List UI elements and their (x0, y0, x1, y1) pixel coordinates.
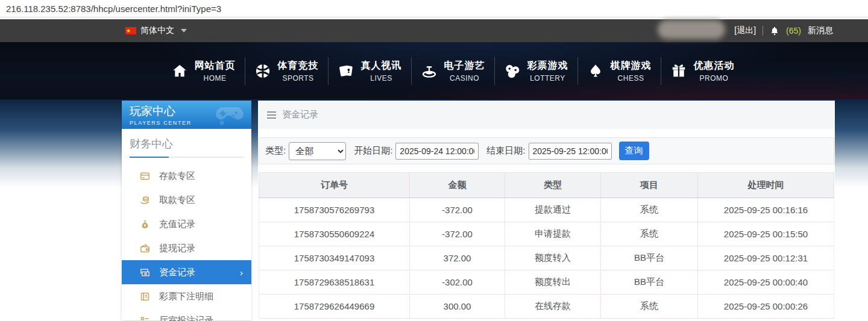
sidebar-item-funds-records[interactable]: 资金记录 › (122, 260, 251, 284)
page-background: 玩家中心 PLAYERS CENTER 财务中心 存款专区 取款专区 充值记录 (0, 99, 868, 320)
browser-address-bar[interactable]: 216.118.235.52:8783/hhcp/usercenter.html… (0, 0, 868, 17)
table-row: 1758730349147093 372.00 额度转入 BB平台 2025-0… (259, 246, 834, 270)
start-date-input[interactable] (395, 143, 479, 160)
roulette-icon (421, 63, 438, 79)
top-bar: ★ 简体中文 [退出] (65) 新消息 (0, 19, 868, 42)
sidebar-menu: 存款专区 取款专区 充值记录 提现记录 资金记录 › (122, 158, 251, 321)
username-redacted (658, 20, 725, 39)
type-select[interactable]: 全部 (289, 142, 346, 160)
sidebar-item-withdrawal-records[interactable]: 提现记录 (122, 236, 251, 260)
spade-icon (587, 63, 604, 79)
wallet-icon (140, 243, 150, 254)
table-row: 1758729626449669 300.00 在线存款 系统 2025-09-… (259, 295, 834, 319)
menu-icon (267, 111, 276, 119)
deposit-card-icon (140, 171, 150, 181)
end-date-label: 结束日期: (486, 145, 525, 157)
table-header-row: 订单号 金额 类型 项目 处理时间 (259, 173, 834, 198)
table-row: 1758729638518631 -302.00 额度转出 BB平台 2025-… (259, 270, 834, 295)
chevron-right-icon: › (240, 267, 243, 278)
sidebar-item-room-bet-records[interactable]: 厅室投注记录 (122, 308, 251, 321)
money-bag-icon (140, 219, 150, 229)
breadcrumb: 资金记录 (258, 101, 835, 129)
nav-item-chess[interactable]: 棋牌游戏CHESS (578, 60, 661, 83)
banknotes-icon (140, 267, 150, 278)
chevron-down-icon (181, 29, 187, 33)
sports-ball-icon (254, 63, 271, 79)
list-icon (140, 316, 150, 321)
table-row: 1758730550609224 -372.00 申请提款 系统 2025-09… (259, 222, 834, 246)
sidebar-header: 玩家中心 PLAYERS CENTER (122, 101, 251, 129)
sidebar-item-deposit-zone[interactable]: 存款专区 (122, 164, 251, 188)
funds-records-table: 订单号 金额 类型 项目 处理时间 1758730576269793 -372.… (259, 172, 834, 319)
nav-item-lottery[interactable]: 彩票游戏LOTTERY (495, 60, 577, 83)
start-date-label: 开始日期: (354, 145, 392, 157)
language-selector[interactable]: ★ 简体中文 (125, 25, 187, 36)
main-content: 资金记录 类型: 全部 开始日期: 结束日期: 查询 (258, 101, 835, 320)
nav-item-lives[interactable]: 真人视讯LIVES (329, 60, 411, 83)
ledger-icon (140, 291, 150, 302)
end-date-input[interactable] (529, 143, 612, 160)
nav-item-casino[interactable]: 电子游艺CASINO (412, 60, 494, 83)
sidebar-item-withdraw-zone[interactable]: 取款专区 (122, 188, 251, 212)
type-label: 类型: (265, 145, 286, 157)
bell-icon[interactable] (770, 26, 779, 36)
page-url[interactable]: 216.118.235.52:8783/hhcp/usercenter.html… (6, 4, 221, 14)
new-messages-link[interactable]: 新消息 (808, 25, 833, 36)
col-amount: 金额 (410, 173, 505, 198)
logout-link[interactable]: [退出] (734, 25, 756, 36)
col-time: 处理时间 (698, 173, 834, 198)
lottery-balls-icon (504, 63, 521, 79)
finance-section-title: 财务中心 (122, 129, 251, 157)
gift-icon (670, 63, 687, 79)
player-center-sidebar: 玩家中心 PLAYERS CENTER 财务中心 存款专区 取款专区 充值记录 (122, 101, 251, 320)
search-button[interactable]: 查询 (619, 142, 649, 160)
message-count[interactable]: (65) (786, 26, 801, 36)
divider (763, 26, 763, 36)
main-navigation: 网站首页HOME 体育竞技SPORTS 真人视讯LIVES 电子游艺CASINO… (0, 42, 868, 99)
filter-bar: 类型: 全部 开始日期: 结束日期: 查询 (259, 137, 834, 164)
home-icon (171, 63, 188, 79)
gamepad-icon (214, 103, 245, 127)
nav-item-home[interactable]: 网站首页HOME (162, 60, 245, 83)
china-flag-icon: ★ (125, 27, 136, 34)
language-label: 简体中文 (140, 25, 174, 36)
nav-item-promo[interactable]: 优惠活动PROMO (661, 60, 744, 83)
col-order-no: 订单号 (259, 173, 410, 198)
nav-item-sports[interactable]: 体育竞技SPORTS (245, 60, 328, 83)
cards-icon (338, 63, 354, 79)
col-type: 类型 (505, 173, 601, 198)
table-row: 1758730576269793 -372.00 提款通过 系统 2025-09… (259, 198, 834, 222)
breadcrumb-label: 资金记录 (282, 109, 318, 120)
withdraw-hand-icon (140, 195, 150, 205)
sidebar-item-lottery-bet-details[interactable]: 彩票下注明细 (122, 284, 251, 308)
sidebar-item-recharge-records[interactable]: 充值记录 (122, 212, 251, 236)
col-project: 项目 (601, 173, 698, 198)
